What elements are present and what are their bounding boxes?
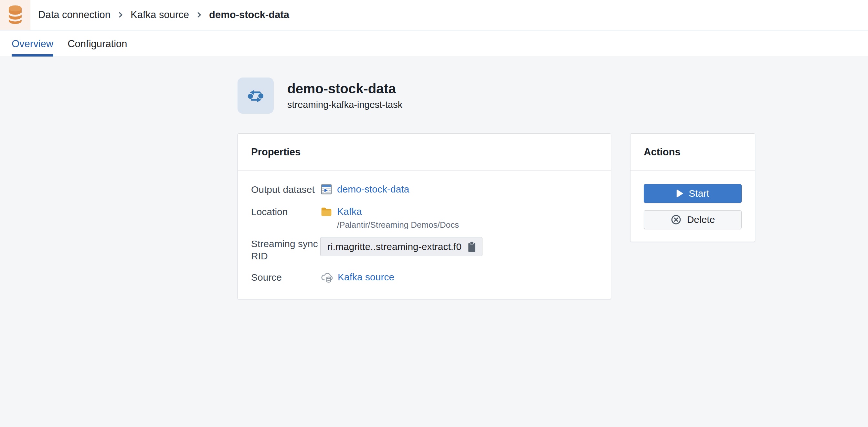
rid-value: ri.magritte..streaming-extract.f07596 <box>328 241 462 252</box>
clipboard-icon <box>467 241 477 253</box>
start-button-label: Start <box>689 188 709 199</box>
tab-configuration-label: Configuration <box>67 38 127 50</box>
rid-field[interactable]: ri.magritte..streaming-extract.f07596 <box>320 237 483 256</box>
transfer-icon <box>238 77 274 114</box>
tab-overview[interactable]: Overview <box>12 31 53 57</box>
breadcrumb-data-connection[interactable]: Data connection <box>38 9 111 21</box>
property-label: Output dataset <box>251 183 320 196</box>
tab-configuration[interactable]: Configuration <box>67 31 127 57</box>
start-button[interactable]: Start <box>644 184 742 203</box>
actions-card-title: Actions <box>630 134 755 170</box>
breadcrumb-kafka-source[interactable]: Kafka source <box>130 9 189 21</box>
remove-circle-icon <box>671 214 682 225</box>
tab-overview-label: Overview <box>12 38 53 50</box>
property-label: Streaming sync RID <box>251 237 320 262</box>
location-path: /Palantir/Streaming Demos/Docs <box>337 220 459 230</box>
properties-body: Output dataset demo <box>238 170 611 285</box>
data-connection-page: Data connection Kafka source demo-stock-… <box>0 0 868 427</box>
page-title: demo-stock-data <box>287 81 402 97</box>
property-row-location: Location Kafka /Palantir/Streaming Demos… <box>251 205 597 230</box>
property-row-output-dataset: Output dataset demo <box>251 183 597 197</box>
source-link[interactable]: Kafka source <box>338 271 394 284</box>
copy-rid-button[interactable] <box>465 240 478 254</box>
property-row-streaming-sync-rid: Streaming sync RID ri.magritte..streamin… <box>251 237 597 262</box>
breadcrumb-current-item: demo-stock-data <box>209 9 289 21</box>
entity-title-block: demo-stock-data streaming-kafka-ingest-t… <box>287 81 402 110</box>
app-logo[interactable] <box>0 0 30 30</box>
actions-card: Actions Start Delete <box>630 133 755 242</box>
property-label: Source <box>251 271 320 284</box>
property-row-source: Source Kafka source <box>251 271 597 285</box>
database-icon <box>6 5 24 25</box>
delete-button-label: Delete <box>687 214 715 225</box>
top-bar: Data connection Kafka source demo-stock-… <box>0 0 868 30</box>
tab-bar: Overview Configuration <box>0 31 868 57</box>
streaming-dataset-icon <box>320 183 333 197</box>
page-subtitle: streaming-kafka-ingest-task <box>287 99 402 110</box>
play-icon <box>676 189 683 198</box>
properties-card: Properties Output dataset <box>238 133 611 299</box>
chevron-right-icon <box>195 11 203 19</box>
entity-header: demo-stock-data streaming-kafka-ingest-t… <box>238 77 402 114</box>
actions-body: Start Delete <box>630 170 755 229</box>
properties-card-title: Properties <box>238 134 611 170</box>
active-tab-indicator <box>12 54 53 57</box>
output-dataset-link[interactable]: demo-stock-data <box>337 183 409 196</box>
delete-button[interactable]: Delete <box>644 210 742 229</box>
chevron-right-icon <box>117 11 124 19</box>
content-area: demo-stock-data streaming-kafka-ingest-t… <box>0 57 868 427</box>
property-label: Location <box>251 205 320 218</box>
folder-icon <box>320 205 333 219</box>
cloud-source-icon <box>320 271 333 285</box>
location-link[interactable]: Kafka <box>337 205 459 218</box>
breadcrumb: Data connection Kafka source demo-stock-… <box>38 0 289 30</box>
